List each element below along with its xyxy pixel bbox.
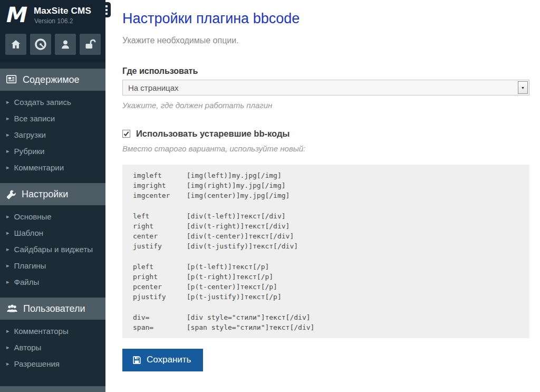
sidebar-item-general[interactable]: ▸Основные (0, 208, 105, 225)
sidebar-item-create-post[interactable]: ▸Создать запись (0, 94, 105, 110)
legacy-bbcode-hint: Вместо старого варианта, используйте нов… (122, 144, 529, 153)
legacy-bbcode-label[interactable]: Использовать устаревшие bb-коды (136, 129, 290, 139)
sidebar-section-label: Настройки (22, 189, 68, 200)
sidebar-item-label: Рубрики (14, 147, 45, 156)
more-vertical-icon (105, 5, 108, 15)
sidebar-section-header-content[interactable]: Содержимое (0, 69, 105, 91)
sidebar-item-uploads[interactable]: ▸Загрузки (0, 127, 105, 143)
sidebar-item-label: Создать запись (14, 98, 71, 107)
triangle-bullet-icon: ▸ (6, 214, 9, 219)
unlock-icon (84, 38, 97, 51)
triangle-bullet-icon: ▸ (6, 345, 9, 350)
sidebar-item-all-posts[interactable]: ▸Все записи (0, 110, 105, 127)
sidebar-section-content: Содержимое ▸Создать запись ▸Все записи ▸… (0, 69, 105, 177)
save-button[interactable]: Сохранить (122, 349, 203, 371)
bbcode-examples-code: imgleft [img(left)]my.jpg[/img] imgright… (122, 165, 529, 338)
triangle-bullet-icon: ▸ (6, 246, 9, 252)
sidebar-item-label: Сайдбары и виджеты (14, 245, 93, 254)
sidebar-section-label: Содержимое (23, 74, 80, 85)
sidebar-items-users: ▸Комментаторы ▸Авторы ▸Разрешения (0, 320, 105, 373)
admin-page: M MaxSite CMS Version 106.2 (0, 0, 540, 392)
sidebar-item-label: Файлы (14, 278, 40, 286)
sidebar-item-label: Комментарии (14, 163, 64, 172)
triangle-bullet-icon: ▸ (6, 263, 9, 269)
sidebar-item-sidebars-widgets[interactable]: ▸Сайдбары и виджеты (0, 241, 105, 257)
save-disk-icon (132, 356, 141, 365)
sidebar-section-label: Пользователи (23, 303, 85, 314)
sidebar-header: M MaxSite CMS Version 106.2 (0, 0, 105, 62)
triangle-bullet-icon: ▸ (6, 132, 9, 138)
unlock-button[interactable] (80, 34, 101, 55)
app-version: Version 106.2 (34, 17, 73, 25)
triangle-bullet-icon: ▸ (6, 230, 9, 236)
maxsite-logo-icon: M (4, 3, 34, 26)
sidebar-item-label: Разрешения (14, 359, 60, 368)
quick-buttons-row (5, 34, 101, 55)
triangle-bullet-icon: ▸ (6, 279, 9, 285)
legacy-bbcode-row: Использовать устаревшие bb-коды (122, 129, 529, 139)
page-title: Настройки плагина bbcode (122, 11, 529, 27)
sidebar-item-label: Плагины (14, 261, 46, 270)
sidebar-section-header-users[interactable]: Пользователи (0, 298, 105, 320)
dashboard-button[interactable] (30, 34, 51, 55)
sidebar-item-commentators[interactable]: ▸Комментаторы (0, 323, 105, 339)
where-select-value: На страницах (123, 83, 179, 92)
app-title: MaxSite CMS (34, 6, 91, 16)
user-icon (60, 39, 71, 50)
sidebar-item-comments[interactable]: ▸Комментарии (0, 159, 105, 176)
where-field-hint: Укажите, где должен работать плагин (122, 101, 529, 110)
sidebar-item-template[interactable]: ▸Шаблон (0, 225, 105, 241)
home-icon (10, 39, 22, 50)
home-button[interactable] (5, 34, 26, 55)
sidebar-items-settings: ▸Основные ▸Шаблон ▸Сайдбары и виджеты ▸П… (0, 205, 105, 291)
user-button[interactable] (55, 34, 76, 55)
where-field-label: Где использовать (122, 66, 529, 76)
sidebar-item-label: Загрузки (14, 130, 46, 139)
save-button-label: Сохранить (147, 355, 191, 365)
sidebar-item-label: Комментаторы (14, 327, 69, 336)
triangle-bullet-icon: ▸ (6, 328, 9, 334)
select-dropdown-button[interactable]: ▼ (518, 81, 528, 94)
sidebar-section-header-settings[interactable]: Настройки (0, 183, 105, 205)
newspaper-icon (6, 75, 17, 84)
triangle-bullet-icon: ▸ (6, 165, 9, 170)
where-select[interactable]: На страницах ▼ (122, 80, 529, 95)
sidebar-item-permissions[interactable]: ▸Разрешения (0, 356, 105, 372)
sidebar-section-settings: Настройки ▸Основные ▸Шаблон ▸Сайдбары и … (0, 183, 105, 291)
sidebar-item-label: Авторы (14, 343, 42, 352)
checkmark-icon (123, 131, 129, 137)
main-content: Настройки плагина bbcode Укажите необход… (105, 0, 540, 392)
sidebar-item-label: Шаблон (14, 228, 44, 237)
sidebar-item-categories[interactable]: ▸Рубрики (0, 143, 105, 159)
users-group-icon (6, 304, 18, 313)
sidebar-item-authors[interactable]: ▸Авторы (0, 339, 105, 356)
sidebar: M MaxSite CMS Version 106.2 (0, 0, 105, 392)
triangle-bullet-icon: ▸ (6, 148, 9, 154)
sidebar-item-plugins[interactable]: ▸Плагины (0, 257, 105, 274)
sidebar-item-files[interactable]: ▸Файлы (0, 274, 105, 290)
sidebar-item-label: Основные (14, 212, 52, 221)
sidebar-section-users: Пользователи ▸Комментаторы ▸Авторы ▸Разр… (0, 298, 105, 373)
page-subtitle: Укажите необходимые опции. (122, 36, 529, 45)
triangle-bullet-icon: ▸ (6, 361, 9, 367)
triangle-bullet-icon: ▸ (6, 116, 9, 121)
dashboard-gauge-icon (34, 38, 47, 51)
chevron-down-icon: ▼ (521, 86, 525, 90)
sidebar-items-content: ▸Создать запись ▸Все записи ▸Загрузки ▸Р… (0, 91, 105, 177)
sidebar-next-section-bar[interactable] (0, 386, 105, 392)
sidebar-item-label: Все записи (14, 114, 55, 123)
triangle-bullet-icon: ▸ (6, 99, 9, 105)
legacy-bbcode-checkbox[interactable] (122, 130, 130, 138)
sidebar-toggle-button[interactable] (102, 2, 111, 17)
wrench-icon (6, 189, 16, 199)
